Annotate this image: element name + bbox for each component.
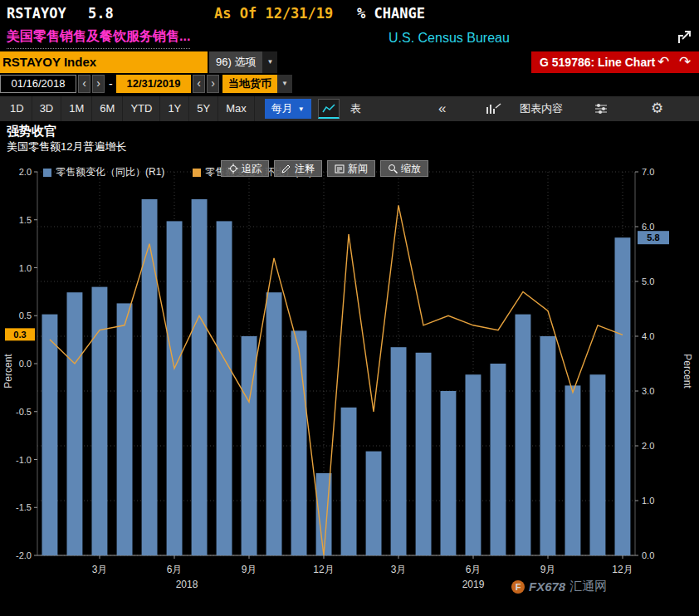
bar-2018-11 [291,330,307,555]
left-axis-tick: 2.0 [19,167,32,177]
chevron-down-icon: ▼ [298,105,305,113]
tab-6m[interactable]: 6M [92,96,123,121]
x-axis-tick: 9月 [540,564,556,575]
bar-2018-08 [217,221,232,555]
currency-selector[interactable]: 当地货币 ▼ [222,75,292,93]
legend-label-yoy: 零售额变化（同比）(R1) [56,165,164,179]
chevron-down-icon: ▼ [262,51,277,73]
bar-2019-04 [416,353,432,555]
right-axis-title: Percent [682,346,693,396]
watermark: F FX678 汇通网 [511,579,607,594]
start-date-input[interactable]: 01/16/2018 [0,75,76,93]
x-axis-tick: 12月 [313,564,334,575]
chart-plot: 2.01.51.00.50.0-0.5-1.0-1.5-2.07.06.05.0… [0,154,699,606]
zoom-button[interactable]: 缩放 [380,160,428,177]
right-axis-tick: 6.0 [642,222,654,232]
end-date-next-button[interactable]: › [207,75,219,93]
redo-icon[interactable]: ↷ [674,51,696,73]
mom-line [50,205,623,555]
track-button[interactable]: 追踪 [221,160,269,177]
tab-max[interactable]: Max [218,96,255,121]
collapse-panel-icon[interactable]: « [438,96,446,121]
settings-sliders-icon[interactable] [594,103,608,115]
tab-1y[interactable]: 1Y [160,96,189,121]
news-button-label: 新闻 [348,164,368,174]
undo-icon[interactable]: ↶ [653,51,674,73]
bar-2019-08 [516,315,531,555]
fx678-logo-icon: F [511,580,525,594]
bar-2018-10 [266,292,282,555]
right-axis-tick: 3.0 [642,386,654,396]
end-date-prev-button[interactable]: ‹ [193,75,205,93]
magnifier-icon [388,164,398,174]
bar-2019-06 [466,374,481,555]
left-axis-tick: -2.0 [16,550,32,560]
right-axis-tick: 7.0 [642,167,654,177]
frequency-dropdown[interactable]: 每月 ▼ [265,99,311,119]
watermark-site: 汇通网 [569,579,607,594]
chart-content-button[interactable]: 图表内容 [520,96,563,121]
left-axis-tick: -1.0 [16,455,32,465]
year-label: 2018 [176,579,198,590]
start-date-prev-button[interactable]: ‹ [78,75,90,93]
left-axis-tick: 1.0 [19,263,32,273]
watermark-brand: FX678 [529,579,565,594]
chart-toolbar: 追踪 注释 新闻 缩放 [221,160,428,177]
end-date-input[interactable]: 12/31/2019 [116,75,191,93]
bar-2019-03 [391,347,407,555]
pencil-icon [281,164,291,174]
currency-selector-label: 当地货币 [222,75,277,93]
left-axis-tick: 1.5 [19,215,32,225]
left-axis-tick: 0.0 [19,359,32,369]
news-icon [335,164,345,174]
annotate-button[interactable]: 注释 [274,160,322,177]
bar-2019-12 [615,237,631,555]
table-view-button[interactable]: 表 [343,96,369,121]
bar-2019-01 [341,408,357,555]
as-of-date: As Of 12/31/19 [214,5,333,22]
ticker-symbol: RSTAYOY [7,5,66,22]
legend-item-yoy[interactable]: 零售额变化（同比）(R1) [43,165,164,179]
bar-2018-01 [42,315,58,555]
security-input[interactable]: RSTAYOY Index [0,51,208,73]
bar-2018-05 [142,199,158,555]
bar-2018-07 [192,199,208,555]
annotation-chart-icon[interactable] [486,103,501,115]
start-date-next-button[interactable]: › [92,75,105,93]
x-axis-tick: 3月 [92,564,108,575]
bloomberg-chart-window: RSTAYOY 5.8 As Of 12/31/19 % CHANGE 美国零售… [0,0,699,616]
bar-2019-05 [441,391,457,555]
right-axis-tick: 0.0 [642,550,654,560]
news-button[interactable]: 新闻 [327,160,375,177]
left-axis-tick: 0.5 [19,310,32,320]
chart-title: 强势收官 [7,124,56,139]
options-button[interactable]: 96) 选项 ▼ [209,51,277,73]
gear-icon[interactable]: ⚙ [651,96,663,121]
tab-ytd[interactable]: YTD [123,96,160,121]
zoom-button-label: 缩放 [401,164,421,174]
data-source-label: U.S. Census Bureau [389,31,510,46]
x-axis-tick: 6月 [167,564,183,575]
popout-icon[interactable] [677,30,692,45]
bar-2019-09 [540,336,556,555]
right-axis-tick: 1.0 [642,496,654,506]
right-axis-tick: 2.0 [642,441,654,451]
date-range-separator: - [109,75,113,93]
security-title-link[interactable]: 美国零售销售及餐饮服务销售... [7,28,190,49]
bar-2018-03 [92,287,108,555]
frequency-label: 每月 [271,101,293,116]
x-axis-tick: 6月 [466,564,481,575]
tab-5y[interactable]: 5Y [189,96,218,121]
line-chart-icon [322,104,335,114]
right-axis-tick: 5.0 [642,276,654,286]
tab-3d[interactable]: 3D [32,96,62,121]
annotate-button-label: 注释 [295,164,315,174]
bar-2019-02 [366,452,382,555]
tab-1d[interactable]: 1D [2,96,32,121]
svg-text:5.8: 5.8 [647,232,659,242]
tab-1m[interactable]: 1M [61,96,92,121]
chevron-down-icon: ▼ [277,75,292,93]
options-button-label: 96) 选项 [209,51,262,73]
svg-text:0.3: 0.3 [13,330,26,340]
chart-type-button[interactable] [318,99,340,119]
